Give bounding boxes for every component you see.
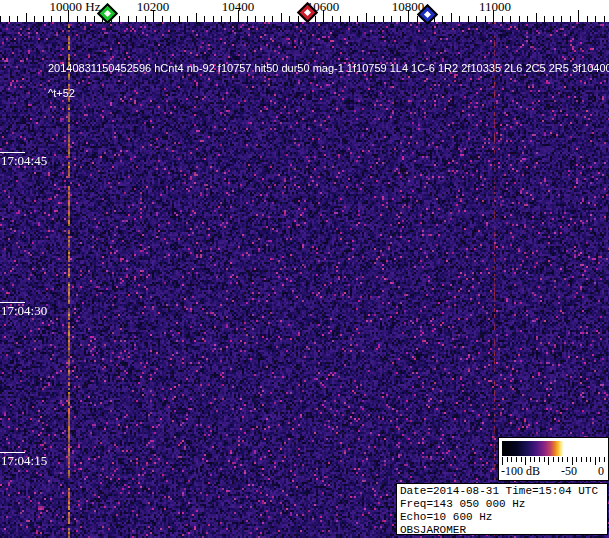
db-tick: [534, 457, 535, 462]
freq-tick: [587, 16, 588, 22]
freq-tick: [298, 16, 299, 22]
db-tick: [558, 457, 559, 462]
time-label: 17:04:30: [0, 303, 47, 318]
db-tick: [604, 457, 605, 462]
freq-tick: [272, 16, 273, 22]
db-tick: [553, 457, 554, 462]
db-tick: [511, 457, 512, 462]
freq-tick: [510, 16, 511, 22]
freq-tick: [85, 16, 86, 22]
freq-tick: [51, 16, 52, 22]
freq-tick: [162, 16, 163, 22]
freq-tick: [238, 10, 239, 22]
db-label-max: 0: [598, 464, 604, 479]
freq-tick: [357, 16, 358, 22]
time-label: 17:04:15: [0, 453, 47, 468]
db-tick: [544, 457, 545, 462]
freq-tick: [459, 16, 460, 22]
freq-tick: [578, 10, 579, 22]
detection-text: 20140831150452596 hCnt4 nb-92 f10757 hit…: [48, 62, 609, 74]
time-label: 17:04:45: [0, 153, 47, 168]
freq-tick: [561, 16, 562, 22]
freq-tick: [136, 16, 137, 22]
freq-tick: [196, 13, 197, 22]
time-axis-entry: 17:04:30: [0, 302, 47, 318]
freq-tick: [468, 16, 469, 22]
freq-tick: [230, 16, 231, 22]
freq-tick: [417, 16, 418, 22]
freq-tick: [68, 10, 69, 22]
freq-tick: [570, 16, 571, 22]
freq-tick: [213, 16, 214, 22]
freq-tick: [553, 16, 554, 22]
frequency-ruler: 10000 Hz1020010400106001080011000: [0, 0, 609, 22]
db-tick: [599, 457, 600, 462]
freq-tick: [170, 16, 171, 22]
db-tick: [562, 457, 563, 462]
time-axis-entry: 17:04:15: [0, 452, 47, 468]
time-axis-entry: 17:04:45: [0, 152, 47, 168]
freq-tick: [527, 16, 528, 22]
db-tick: [590, 457, 591, 462]
freq-tick: [264, 16, 265, 22]
freq-tick: [408, 10, 409, 22]
freq-tick: [349, 16, 350, 22]
db-label-mid: -50: [561, 464, 577, 479]
time-offset-label: ^t+52: [48, 87, 75, 99]
freq-tick: [315, 16, 316, 22]
db-tick: [586, 457, 587, 462]
db-tick: [521, 457, 522, 462]
freq-tick: [221, 16, 222, 22]
red-marker-core: [304, 9, 311, 16]
db-label-min: -100 dB: [501, 464, 540, 479]
spectrogram-window: 10000 Hz1020010400106001080011000 201408…: [0, 0, 609, 538]
db-scale-labels: -100 dB -50 0: [499, 464, 608, 479]
db-tick: [539, 457, 540, 462]
freq-tick: [476, 16, 477, 22]
info-echo: Echo=10 600 Hz: [400, 511, 607, 524]
freq-tick: [493, 10, 494, 22]
freq-tick: [451, 13, 452, 22]
db-tick: [581, 457, 582, 462]
freq-tick: [128, 16, 129, 22]
db-gradient-bar: [502, 441, 605, 456]
freq-tick: [544, 16, 545, 22]
freq-tick: [485, 16, 486, 22]
db-tick: [516, 457, 517, 462]
db-tick: [567, 457, 568, 462]
freq-tick: [536, 13, 537, 22]
blue-marker-core: [424, 11, 431, 18]
freq-tick: [9, 16, 10, 22]
freq-tick: [60, 16, 61, 22]
freq-tick: [340, 16, 341, 22]
freq-tick: [442, 16, 443, 22]
info-station: OBSJAROMER: [400, 524, 607, 535]
status-info-box: Date=2014-08-31 Time=15:04 UTC Freq=143 …: [396, 483, 608, 535]
freq-tick-label: 10000 Hz: [50, 0, 101, 14]
db-tick: [576, 457, 577, 462]
freq-tick: [77, 16, 78, 22]
freq-tick: [332, 16, 333, 22]
db-tick: [507, 457, 508, 462]
freq-tick-label: 11000: [479, 0, 511, 14]
freq-tick: [323, 10, 324, 22]
freq-tick: [400, 16, 401, 22]
freq-tick: [595, 16, 596, 22]
freq-tick: [247, 16, 248, 22]
freq-tick: [34, 16, 35, 22]
info-frequency: Freq=143 050 000 Hz: [400, 498, 607, 511]
freq-tick: [255, 16, 256, 22]
freq-tick: [179, 16, 180, 22]
db-color-scale: -100 dB -50 0: [498, 437, 609, 481]
freq-tick: [366, 13, 367, 22]
freq-tick: [153, 10, 154, 22]
freq-tick: [604, 16, 605, 22]
freq-tick: [43, 16, 44, 22]
freq-tick: [17, 16, 18, 22]
freq-tick: [119, 16, 120, 22]
freq-tick: [383, 16, 384, 22]
freq-tick: [289, 16, 290, 22]
info-date-time: Date=2014-08-31 Time=15:04 UTC: [400, 485, 607, 498]
freq-tick: [281, 13, 282, 22]
freq-tick: [145, 16, 146, 22]
